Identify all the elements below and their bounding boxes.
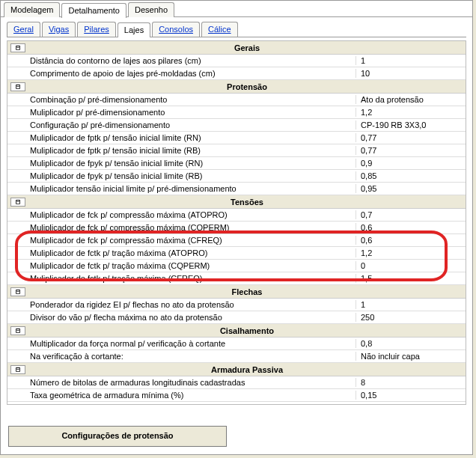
prop-value[interactable]: 0,77 [356, 146, 466, 155]
prop-label: Muliplicador de fck p/ compressão máxima… [28, 210, 356, 219]
section-armadura-header: ⊟ Armadura Passiva [7, 363, 466, 376]
prop-label: Combinação p/ pré-dimensionamento [28, 95, 356, 104]
prop-value[interactable]: 0,9 [356, 159, 466, 168]
section-gerais-header: ⊟ Gerais [7, 41, 466, 55]
tab-desenho[interactable]: Desenho [128, 2, 174, 17]
tab-modelagem[interactable]: Modelagem [4, 2, 60, 17]
prop-label: Multiplicador da força normal p/ verific… [28, 339, 356, 348]
config-protensao-button[interactable]: Configurações de protensão [8, 426, 227, 447]
prop-value[interactable]: 1 [356, 300, 466, 309]
prop-value[interactable]: 1,5 [356, 274, 466, 283]
prop-label: Configuração p/ pré-dimensionamento [28, 120, 356, 129]
prop-label: Ponderador da rigidez EI p/ flechas no a… [28, 300, 356, 309]
prop-value[interactable]: Não incluir capa [356, 352, 466, 361]
expand-toggle-icon[interactable]: ⊟ [10, 43, 25, 52]
prop-value[interactable]: 0,8 [356, 339, 466, 348]
settings-panel: Modelagem Detalhamento Desenho Geral Vig… [0, 0, 473, 455]
table-row[interactable]: Multiplicador da força normal p/ verific… [7, 338, 466, 350]
prop-value[interactable]: 1,2 [356, 248, 466, 257]
section-gerais-title: Gerais [28, 43, 466, 52]
table-row[interactable]: Muliplicador de fck p/ compressão máxima… [7, 222, 466, 234]
button-row: Configurações de protensão [8, 426, 466, 447]
prop-value[interactable]: 0,7 [356, 210, 466, 219]
prop-label: Muliplicador de fpyk p/ tensão inicial l… [28, 159, 356, 168]
section-cisalhamento-title: Cisalhamento [28, 326, 466, 335]
prop-label: Muliplicador de fptk p/ tensão inicial l… [28, 146, 356, 155]
expand-toggle-icon[interactable]: ⊟ [10, 198, 25, 207]
expand-toggle-icon[interactable]: ⊟ [10, 326, 25, 335]
prop-value[interactable]: 1,2 [356, 108, 466, 117]
section-cisalhamento-header: ⊟ Cisalhamento [7, 324, 466, 338]
prop-value[interactable]: 1 [356, 56, 466, 65]
table-row[interactable]: Comprimento de apoio de lajes pré-moldad… [7, 67, 466, 80]
prop-value[interactable]: 0,6 [356, 223, 466, 232]
prop-value[interactable]: Ato da protensão [356, 95, 466, 104]
table-row[interactable]: Muliplicador de fpyk p/ tensão inicial l… [7, 170, 466, 183]
prop-value[interactable]: 8 [356, 378, 466, 387]
prop-value[interactable]: 10 [356, 69, 466, 78]
table-row[interactable]: Muliplicador tensão inicial limite p/ pr… [7, 183, 466, 195]
table-row[interactable]: Muliplicador de fctk p/ tração máxima (C… [7, 260, 466, 272]
table-row[interactable]: Muliplicador de fctk p/ tração máxima (C… [7, 272, 466, 285]
subtab-lajes[interactable]: Lajes [118, 22, 150, 37]
table-row[interactable]: Muliplicador de fck p/ compressão máxima… [7, 234, 466, 247]
subtab-calice[interactable]: Cálice [201, 22, 238, 37]
prop-value[interactable]: CP-190 RB 3X3,0 [356, 120, 466, 129]
section-protensao-title: Protensão [28, 82, 466, 91]
prop-label: Muliplicador p/ pré-dimensionamento [28, 108, 356, 117]
prop-label: Muliplicador de fck p/ compressão máxima… [28, 223, 356, 232]
table-row[interactable]: Muliplicador de fptk p/ tensão inicial l… [7, 144, 466, 157]
prop-value[interactable]: 0,95 [356, 184, 466, 193]
prop-label: Muliplicador de fptk p/ tensão inicial l… [28, 133, 356, 142]
prop-label: Muliplicador de fctk p/ tração máxima (C… [28, 274, 356, 283]
section-flechas-header: ⊟ Flechas [7, 285, 466, 299]
table-row[interactable]: Divisor do vão p/ flecha máxima no ato d… [7, 311, 466, 324]
prop-label: Muliplicador de fctk p/ tração máxima (A… [28, 248, 356, 257]
subtab-vigas[interactable]: Vigas [42, 22, 76, 37]
subtab-pilares[interactable]: Pilares [77, 22, 116, 37]
prop-value[interactable]: 0,15 [356, 391, 466, 400]
prop-value[interactable]: 0,77 [356, 133, 466, 142]
section-armadura-title: Armadura Passiva [28, 365, 466, 374]
table-row[interactable]: Muliplicador de fpyk p/ tensão inicial l… [7, 157, 466, 170]
expand-toggle-icon[interactable]: ⊟ [10, 287, 25, 296]
prop-label: Na verificação à cortante: [28, 352, 356, 361]
prop-label: Muliplicador tensão inicial limite p/ pr… [28, 184, 356, 193]
section-tensoes-title: Tensões [28, 198, 466, 207]
prop-label: Muliplicador de fck p/ compressão máxima… [28, 236, 356, 245]
subtab-consolos[interactable]: Consolos [152, 22, 200, 37]
prop-label: Muliplicador de fctk p/ tração máxima (C… [28, 261, 356, 270]
subtab-geral[interactable]: Geral [7, 22, 40, 37]
section-flechas-title: Flechas [28, 287, 466, 296]
table-row[interactable]: Muliplicador de fptk p/ tensão inicial l… [7, 132, 466, 144]
table-row[interactable]: Taxa geométrica de armadura mínima (%) 0… [7, 389, 466, 402]
tab-detalhamento[interactable]: Detalhamento [61, 3, 126, 18]
main-tabs: Modelagem Detalhamento Desenho [1, 1, 472, 17]
prop-label: Taxa geométrica de armadura mínima (%) [28, 391, 356, 400]
table-row[interactable]: Na verificação à cortante: Não incluir c… [7, 350, 466, 363]
table-row[interactable]: Muliplicador p/ pré-dimensionamento 1,2 [7, 106, 466, 119]
table-row[interactable]: Distância do contorno de lajes aos pilar… [7, 55, 466, 67]
prop-value[interactable]: 0,6 [356, 236, 466, 245]
prop-value[interactable]: 0,85 [356, 171, 466, 180]
expand-toggle-icon[interactable]: ⊟ [10, 82, 25, 91]
prop-value[interactable]: 250 [356, 313, 466, 322]
table-row[interactable]: Número de bitolas de armaduras longitudi… [7, 376, 466, 389]
expand-toggle-icon[interactable]: ⊟ [10, 365, 25, 374]
prop-label: Distância do contorno de lajes aos pilar… [28, 56, 356, 65]
sub-tabs: Geral Vigas Pilares Lajes Consolos Cálic… [1, 17, 472, 37]
prop-label: Muliplicador de fpyk p/ tensão inicial l… [28, 171, 356, 180]
table-row[interactable]: Configuração p/ pré-dimensionamento CP-1… [7, 119, 466, 132]
table-row[interactable]: Muliplicador de fctk p/ tração máxima (A… [7, 247, 466, 260]
prop-label: Número de bitolas de armaduras longitudi… [28, 378, 356, 387]
section-tensoes-header: ⊟ Tensões [7, 195, 466, 209]
property-grid[interactable]: ⊟ Gerais Distância do contorno de lajes … [7, 40, 466, 405]
table-row[interactable]: Muliplicador de fck p/ compressão máxima… [7, 209, 466, 222]
prop-value[interactable]: 0 [356, 261, 466, 270]
prop-label: Comprimento de apoio de lajes pré-moldad… [28, 69, 356, 78]
table-row[interactable]: Ponderador da rigidez EI p/ flechas no a… [7, 299, 466, 311]
table-row[interactable]: Combinação p/ pré-dimensionamento Ato da… [7, 94, 466, 106]
section-protensao-header: ⊟ Protensão [7, 80, 466, 94]
prop-label: Divisor do vão p/ flecha máxima no ato d… [28, 313, 356, 322]
